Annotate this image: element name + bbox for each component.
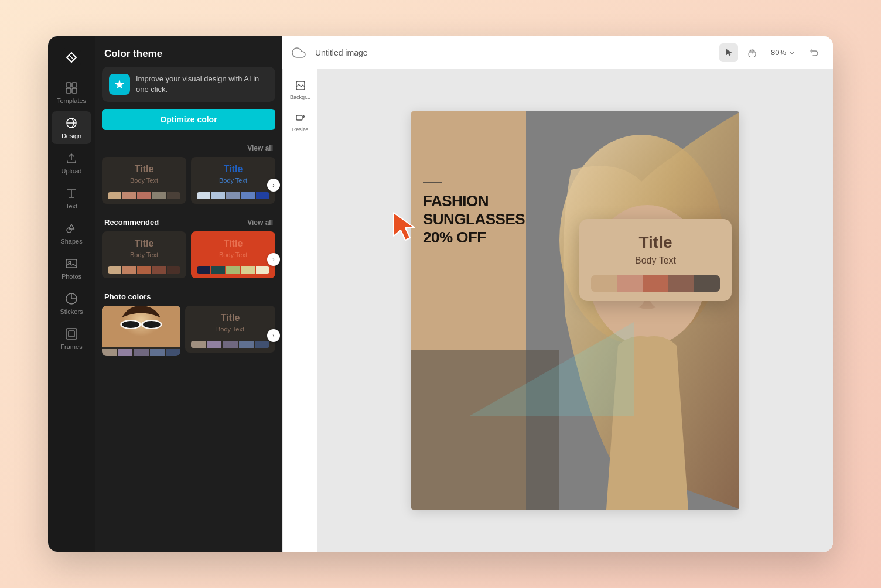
theme-section-header: View all (95, 139, 282, 157)
photo-colors-grid: Title Body Text › (95, 306, 282, 365)
theme-card-2-body: Body Text (219, 177, 247, 184)
theme-next-arrow[interactable]: › (267, 179, 280, 192)
svg-rect-3 (72, 83, 77, 87)
background-tool[interactable]: Backgr... (285, 76, 316, 104)
design-text-overlay: FASHION SUNGLASSES 20% OFF (423, 182, 525, 247)
sidebar-item-upload-label: Upload (62, 167, 82, 175)
recommended-section-header: Recommended View all (95, 213, 282, 231)
photo-color-photo-card[interactable] (102, 306, 180, 356)
hand-tool-button[interactable] (743, 43, 762, 62)
resize-tool[interactable]: Resize (285, 108, 316, 136)
sidebar-item-templates-label: Templates (57, 97, 86, 104)
background-tool-label: Backgr... (290, 94, 310, 100)
grid-icon (64, 81, 78, 95)
canvas-area: Backgr... Resize (282, 69, 833, 552)
rec-card-2-body: Body Text (219, 251, 247, 258)
recommended-card-1[interactable]: Title Body Text (102, 231, 186, 278)
shapes-icon (64, 221, 78, 235)
recommended-next-arrow[interactable]: › (267, 253, 280, 266)
svg-rect-12 (69, 331, 74, 337)
theme-cards-grid: Title Body Text Title Body Text (95, 157, 282, 213)
svg-point-17 (122, 321, 139, 328)
theme-card-2[interactable]: Title Body Text (191, 157, 275, 204)
stickers-icon (64, 292, 78, 306)
photo-color-text-card[interactable]: Title Body Text (185, 306, 275, 353)
svg-rect-5 (72, 88, 77, 93)
sidebar-item-photos[interactable]: Photos (52, 252, 91, 285)
theme-card-2-title: Title (224, 164, 243, 175)
topbar-cloud-icon (292, 45, 308, 61)
main-area: Untitled image 80% (282, 36, 833, 552)
popup-card-title: Title (638, 233, 672, 252)
photo-colors-label: Photo colors (104, 292, 151, 301)
theme-card-1-swatches (108, 192, 180, 199)
recommended-card-2[interactable]: Title Body Text (191, 231, 275, 278)
svg-rect-21 (296, 115, 302, 120)
svg-rect-9 (66, 259, 77, 268)
photo-colors-next-arrow[interactable]: › (267, 329, 280, 342)
zoom-control[interactable]: 80% (766, 46, 800, 59)
sidebar-item-templates[interactable]: Templates (52, 76, 91, 109)
theme-view-all[interactable]: View all (247, 144, 273, 152)
sidebar-item-photos-label: Photos (62, 273, 81, 280)
app-logo[interactable] (60, 46, 83, 69)
svg-point-18 (143, 321, 161, 328)
photos-icon (64, 257, 78, 271)
photo-colors-header: Photo colors (95, 288, 282, 306)
rec-card-2-title: Title (224, 238, 243, 249)
sidebar-item-frames-label: Frames (60, 343, 82, 350)
ai-magic-icon (109, 74, 130, 95)
sidebar-item-text[interactable]: Text (52, 182, 91, 214)
zoom-value: 80% (771, 48, 786, 57)
app-window: Templates Design Upload (48, 36, 833, 552)
recommended-cards-grid: Title Body Text Title Body Text (95, 231, 282, 288)
popup-card-body: Body Text (635, 255, 676, 266)
svg-rect-11 (66, 329, 77, 339)
upload-icon (64, 151, 78, 165)
canvas-design[interactable]: FASHION SUNGLASSES 20% OFF (411, 111, 739, 510)
pointer-tool-button[interactable] (719, 43, 738, 62)
rec-card-1-body: Body Text (130, 251, 158, 258)
photo-text-card-title: Title (221, 313, 240, 323)
canvas-content: FASHION SUNGLASSES 20% OFF Title Body Te… (317, 69, 833, 552)
sidebar-item-shapes-label: Shapes (60, 238, 82, 245)
right-tools-panel: Backgr... Resize (282, 69, 317, 552)
sidebar-item-design[interactable]: Design (52, 111, 91, 144)
svg-rect-2 (66, 83, 71, 87)
popup-card[interactable]: Title Body Text (579, 219, 732, 301)
theme-card-1-title: Title (135, 164, 154, 175)
background-icon (295, 80, 306, 93)
sidebar-item-shapes[interactable]: Shapes (52, 217, 91, 249)
color-theme-panel: Color theme Improve your visual design w… (95, 36, 282, 552)
sidebar-item-stickers[interactable]: Stickers (52, 287, 91, 320)
popup-swatches (591, 275, 720, 292)
svg-marker-31 (394, 213, 415, 240)
photo-text-card-swatches (191, 341, 269, 348)
photo-person (102, 306, 180, 347)
theme-card-1[interactable]: Title Body Text (102, 157, 186, 204)
sidebar-item-frames[interactable]: Frames (52, 322, 91, 355)
rec-card-1-title: Title (135, 238, 154, 249)
theme-card-1-body: Body Text (130, 177, 158, 184)
panel-title: Color theme (95, 36, 282, 67)
topbar-controls: 80% (719, 43, 824, 62)
ai-banner-text: Improve your visual design with AI in on… (136, 74, 268, 95)
cursor-arrow (388, 210, 423, 245)
recommended-view-all[interactable]: View all (247, 218, 273, 227)
theme-card-2-swatches (197, 192, 269, 199)
design-separator (423, 182, 442, 183)
topbar: Untitled image 80% (282, 36, 833, 69)
sidebar-item-upload[interactable]: Upload (52, 146, 91, 179)
resize-tool-label: Resize (292, 127, 309, 132)
text-icon (64, 186, 78, 200)
photo-thumbnail (102, 306, 180, 347)
rec-card-2-swatches (197, 266, 269, 274)
photo-card-swatches (102, 349, 180, 356)
sidebar: Templates Design Upload (48, 36, 95, 552)
undo-button[interactable] (805, 43, 824, 62)
design-main-text: FASHION SUNGLASSES 20% OFF (423, 192, 525, 247)
design-dark-overlay (411, 350, 559, 510)
sidebar-item-text-label: Text (66, 203, 77, 210)
optimize-color-button[interactable]: Optimize color (102, 109, 275, 130)
frames-icon (64, 327, 78, 341)
